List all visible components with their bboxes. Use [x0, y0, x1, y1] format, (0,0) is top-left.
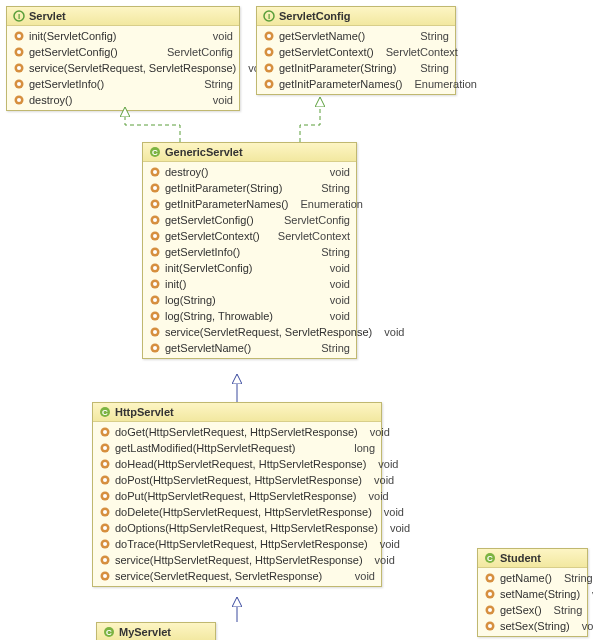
svg-point-63: [103, 526, 107, 530]
class-myservlet[interactable]: C MyServlet: [96, 622, 216, 640]
method-row[interactable]: setName(String)void: [478, 586, 587, 602]
return-type: ServletConfig: [276, 214, 350, 226]
method-row[interactable]: doPut(HttpServletRequest, HttpServletRes…: [93, 488, 381, 504]
method-row[interactable]: getServletInfo()String: [7, 76, 239, 92]
class-header: C Student: [478, 549, 587, 568]
method-icon: [149, 198, 161, 210]
method-name: init(ServletConfig): [29, 30, 201, 42]
return-type: Enumeration: [407, 78, 477, 90]
method-row[interactable]: doHead(HttpServletRequest, HttpServletRe…: [93, 456, 381, 472]
method-row[interactable]: getInitParameterNames()Enumeration: [143, 196, 356, 212]
svg-text:I: I: [18, 12, 20, 21]
svg-point-39: [153, 282, 157, 286]
method-row[interactable]: getInitParameter(String)String: [143, 180, 356, 196]
return-type: void: [205, 30, 233, 42]
method-icon: [13, 62, 25, 74]
method-row[interactable]: getInitParameter(String)String: [257, 60, 455, 76]
method-icon: [149, 278, 161, 290]
method-name: doHead(HttpServletRequest, HttpServletRe…: [115, 458, 366, 470]
method-row[interactable]: getServletConfig()ServletConfig: [143, 212, 356, 228]
return-type: ServletContext: [270, 230, 350, 242]
return-type: String: [412, 62, 449, 74]
method-row[interactable]: log(String, Throwable)void: [143, 308, 356, 324]
svg-point-19: [267, 66, 271, 70]
method-icon: [484, 588, 496, 600]
method-row[interactable]: getInitParameterNames()Enumeration: [257, 76, 455, 92]
method-name: init(ServletConfig): [165, 262, 318, 274]
method-name: doTrace(HttpServletRequest, HttpServletR…: [115, 538, 368, 550]
method-row[interactable]: destroy()void: [7, 92, 239, 108]
method-row[interactable]: doOptions(HttpServletRequest, HttpServle…: [93, 520, 381, 536]
svg-text:C: C: [102, 408, 108, 417]
svg-point-7: [17, 66, 21, 70]
interface-icon: I: [13, 10, 25, 22]
class-body-student: getName()StringsetName(String)voidgetSex…: [478, 568, 587, 636]
method-row[interactable]: setSex(String)void: [478, 618, 587, 634]
method-row[interactable]: getLastModified(HttpServletRequest)long: [93, 440, 381, 456]
method-name: getInitParameter(String): [279, 62, 408, 74]
svg-point-29: [153, 202, 157, 206]
class-header: I Servlet: [7, 7, 239, 26]
class-servletconfig[interactable]: I ServletConfig getServletName()Stringge…: [256, 6, 456, 95]
return-type: void: [205, 94, 233, 106]
svg-text:I: I: [268, 12, 270, 21]
method-row[interactable]: service(ServletRequest, ServletResponse)…: [143, 324, 356, 340]
method-row[interactable]: getServletInfo()String: [143, 244, 356, 260]
method-name: setSex(String): [500, 620, 570, 632]
method-icon: [99, 490, 111, 502]
method-row[interactable]: doTrace(HttpServletRequest, HttpServletR…: [93, 536, 381, 552]
method-row[interactable]: getServletContext()ServletContext: [143, 228, 356, 244]
return-type: String: [313, 246, 350, 258]
svg-point-15: [267, 34, 271, 38]
return-type: String: [313, 182, 350, 194]
method-icon: [263, 62, 275, 74]
return-type: String: [412, 30, 449, 42]
method-row[interactable]: init(ServletConfig)void: [7, 28, 239, 44]
method-icon: [484, 604, 496, 616]
method-icon: [263, 78, 275, 90]
method-icon: [263, 46, 275, 58]
method-name: destroy(): [29, 94, 201, 106]
svg-point-67: [103, 558, 107, 562]
class-servlet[interactable]: I Servlet init(ServletConfig)voidgetServ…: [6, 6, 240, 111]
method-icon: [149, 166, 161, 178]
svg-point-21: [267, 82, 271, 86]
class-body-servletconfig: getServletName()StringgetServletContext(…: [257, 26, 455, 94]
class-title: MyServlet: [119, 626, 171, 638]
method-row[interactable]: getServletName()String: [257, 28, 455, 44]
class-icon: C: [103, 626, 115, 638]
svg-point-77: [488, 608, 492, 612]
return-type: void: [367, 554, 395, 566]
method-row[interactable]: destroy()void: [143, 164, 356, 180]
method-row[interactable]: service(ServletRequest, ServletResponse)…: [93, 568, 381, 584]
method-row[interactable]: init()void: [143, 276, 356, 292]
method-row[interactable]: doPost(HttpServletRequest, HttpServletRe…: [93, 472, 381, 488]
method-row[interactable]: doDelete(HttpServletRequest, HttpServlet…: [93, 504, 381, 520]
class-body-httpservlet: doGet(HttpServletRequest, HttpServletRes…: [93, 422, 381, 586]
method-name: service(HttpServletRequest, HttpServletR…: [115, 554, 363, 566]
return-type: ServletContext: [378, 46, 458, 58]
svg-point-65: [103, 542, 107, 546]
method-row[interactable]: service(HttpServletRequest, HttpServletR…: [93, 552, 381, 568]
method-row[interactable]: service(ServletRequest, ServletResponse)…: [7, 60, 239, 76]
method-row[interactable]: getServletConfig()ServletConfig: [7, 44, 239, 60]
method-row[interactable]: doGet(HttpServletRequest, HttpServletRes…: [93, 424, 381, 440]
method-name: service(ServletRequest, ServletResponse): [29, 62, 236, 74]
class-httpservlet[interactable]: C HttpServlet doGet(HttpServletRequest, …: [92, 402, 382, 587]
class-genericservlet[interactable]: C GenericServlet destroy()voidgetInitPar…: [142, 142, 357, 359]
method-name: doPost(HttpServletRequest, HttpServletRe…: [115, 474, 362, 486]
method-row[interactable]: getServletContext()ServletContext: [257, 44, 455, 60]
method-row[interactable]: getSex()String: [478, 602, 587, 618]
return-type: ServletConfig: [159, 46, 233, 58]
class-student[interactable]: C Student getName()StringsetName(String)…: [477, 548, 588, 637]
method-row[interactable]: init(ServletConfig)void: [143, 260, 356, 276]
method-row[interactable]: getServletName()String: [143, 340, 356, 356]
class-header: C GenericServlet: [143, 143, 356, 162]
class-icon: C: [99, 406, 111, 418]
method-name: doOptions(HttpServletRequest, HttpServle…: [115, 522, 378, 534]
method-row[interactable]: getName()String: [478, 570, 587, 586]
method-name: getServletName(): [165, 342, 309, 354]
method-row[interactable]: log(String)void: [143, 292, 356, 308]
svg-point-53: [103, 446, 107, 450]
method-icon: [149, 262, 161, 274]
